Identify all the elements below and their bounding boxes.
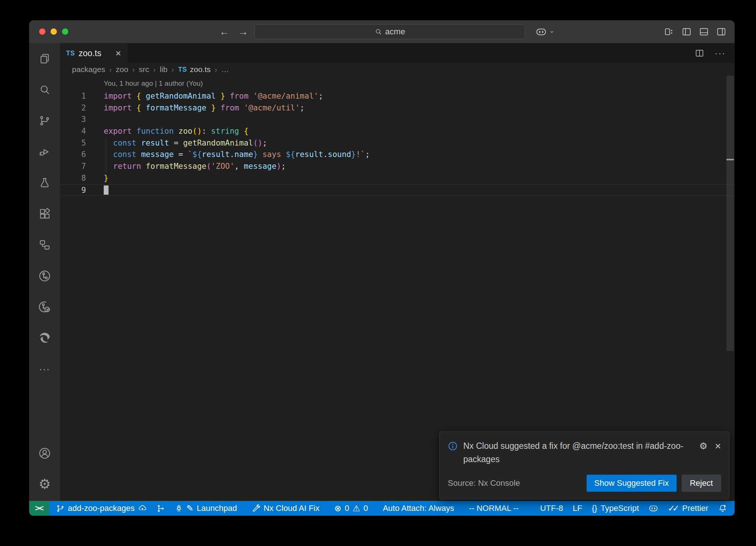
notification-message: Nx Cloud suggested a fix for @acme/zoo:t… — [463, 439, 694, 466]
code-line[interactable]: 6 const message = `${result.name} says $… — [60, 149, 735, 161]
nx-cloud-icon[interactable] — [38, 301, 51, 313]
error-count: 0 — [345, 504, 349, 513]
explorer-icon[interactable] — [38, 52, 51, 65]
editor-more-actions-icon[interactable]: ··· — [715, 48, 726, 58]
copilot-menu[interactable] — [536, 20, 555, 43]
breadcrumb-separator: › — [172, 65, 174, 74]
tab-zoo-ts[interactable]: TS zoo.ts × — [60, 43, 127, 63]
breadcrumb-file[interactable]: TS zoo.ts — [178, 65, 210, 74]
code-line[interactable]: 5 const result = getRandomAnimal(); — [60, 137, 735, 149]
search-icon[interactable] — [38, 83, 51, 96]
warning-icon: ⚠ — [353, 504, 360, 513]
run-debug-icon[interactable] — [38, 146, 51, 158]
code-line[interactable]: 1import { getRandomAnimal } from '@acme/… — [60, 91, 735, 102]
maximize-window-button[interactable] — [62, 28, 68, 35]
close-tab-icon[interactable]: × — [116, 48, 121, 58]
edge-tools-icon[interactable] — [38, 332, 51, 344]
notification-settings-icon[interactable]: ⚙ — [699, 441, 707, 451]
nx-console-icon[interactable] — [38, 270, 51, 282]
account-icon[interactable] — [38, 447, 51, 460]
notification-source: Source: Nx Console — [448, 478, 520, 488]
typescript-file-icon: TS — [178, 66, 187, 74]
copilot-status-item[interactable] — [644, 501, 663, 516]
notification-close-icon[interactable]: × — [715, 441, 721, 451]
more-views-icon[interactable]: ··· — [38, 363, 51, 375]
vertical-scrollbar[interactable] — [726, 76, 734, 351]
notifications-bell[interactable] — [713, 501, 735, 516]
split-editor-icon[interactable] — [695, 48, 704, 58]
reject-button[interactable]: Reject — [682, 475, 721, 492]
commit-graph-icon — [157, 504, 165, 513]
testing-icon[interactable] — [38, 177, 51, 189]
breadcrumb-separator: › — [109, 65, 112, 74]
overview-ruler-cursor-mark — [726, 159, 734, 160]
project-graph-icon[interactable] — [38, 239, 51, 251]
commit-graph-status-item[interactable] — [152, 501, 170, 516]
breadcrumb-item[interactable]: zoo — [116, 65, 128, 74]
check-all-icon: ✓✓ — [668, 503, 679, 513]
toggle-sidebar-left-icon[interactable] — [681, 27, 692, 37]
traffic-lights — [29, 28, 68, 35]
code-lines: 1import { getRandomAnimal } from '@acme/… — [60, 91, 735, 196]
git-blame-codelens[interactable]: You, 1 hour ago | 1 author (You) — [104, 79, 735, 88]
encoding-status-item[interactable]: UTF-8 — [535, 501, 568, 516]
forward-icon[interactable]: → — [238, 26, 248, 38]
problems-status-item[interactable]: ⊗ 0 ⚠ 0 — [330, 501, 373, 516]
code-line[interactable]: 3 — [60, 114, 735, 126]
notification-toast: Nx Cloud suggested a fix for @acme/zoo:t… — [439, 431, 729, 499]
code-line[interactable]: 2import { formatMessage } from '@acme/ut… — [60, 102, 735, 114]
info-icon — [448, 441, 458, 451]
source-control-icon[interactable] — [38, 115, 51, 127]
auto-attach-status-item[interactable]: Auto Attach: Always — [378, 501, 459, 516]
code-line[interactable]: 7 return formatMessage('ZOO', message); — [60, 161, 735, 173]
vim-mode-status-item[interactable]: -- NORMAL -- — [464, 501, 523, 516]
editor-cursor — [104, 185, 109, 195]
warning-count: 0 — [364, 504, 368, 513]
breadcrumb-separator: › — [215, 65, 217, 74]
chevron-down-icon — [549, 29, 555, 35]
settings-gear-icon[interactable]: ⚙ — [38, 478, 51, 491]
activity-bar: ··· ⚙ — [29, 43, 60, 501]
remote-indicator[interactable]: >< — [29, 501, 49, 516]
command-center-value: acme — [385, 27, 405, 37]
code-line[interactable]: 4export function zoo(): string { — [60, 126, 735, 137]
minimize-window-button[interactable] — [51, 28, 57, 35]
code-line[interactable]: 9 — [60, 184, 735, 196]
typescript-file-icon: TS — [66, 50, 75, 57]
vscode-window: ← → acme ··· — [29, 20, 735, 516]
nx-cloud-fix-status-item[interactable]: Nx Cloud AI Fix — [247, 501, 324, 516]
git-branch-icon — [56, 504, 65, 513]
customize-layout-icon[interactable] — [664, 27, 674, 37]
launchpad-status-item[interactable]: ✎ Launchpad — [170, 501, 242, 516]
search-icon — [375, 28, 382, 35]
formatter-status-item[interactable]: ✓✓ Prettier — [663, 501, 713, 516]
show-suggested-fix-button[interactable]: Show Suggested Fix — [587, 475, 677, 492]
eol-status-item[interactable]: LF — [568, 501, 587, 516]
breadcrumb-separator: › — [132, 65, 135, 74]
error-icon: ⊗ — [334, 504, 341, 513]
pencil-icon: ✎ — [186, 504, 193, 513]
back-icon[interactable]: ← — [219, 26, 229, 38]
language-status-item[interactable]: {} TypeScript — [587, 501, 644, 516]
command-center-search[interactable]: acme — [254, 24, 525, 39]
code-line[interactable]: 8} — [60, 173, 735, 184]
toggle-sidebar-right-icon[interactable] — [716, 27, 726, 37]
indent-guide — [106, 138, 106, 172]
branch-status-item[interactable]: add-zoo-packages — [51, 501, 152, 516]
braces-icon: {} — [592, 504, 597, 513]
breadcrumb-item[interactable]: lib — [160, 65, 168, 74]
status-bar: >< add-zoo-packages ✎ Launchpad Nx Cloud… — [29, 501, 735, 516]
breadcrumb-overflow[interactable]: … — [221, 65, 229, 74]
cloud-upload-icon — [138, 504, 147, 513]
copilot-icon — [536, 26, 547, 37]
breadcrumb: packages › zoo › src › lib › TS zoo.ts ›… — [60, 63, 735, 76]
title-bar: ← → acme — [29, 20, 735, 43]
breadcrumb-item[interactable]: src — [139, 65, 149, 74]
breadcrumb-item[interactable]: packages — [72, 65, 105, 74]
wrench-icon — [252, 504, 260, 513]
rocket-icon — [175, 504, 183, 513]
extensions-icon[interactable] — [38, 208, 51, 220]
toggle-panel-icon[interactable] — [699, 27, 709, 37]
tab-label: zoo.ts — [79, 48, 101, 58]
close-window-button[interactable] — [39, 28, 45, 35]
